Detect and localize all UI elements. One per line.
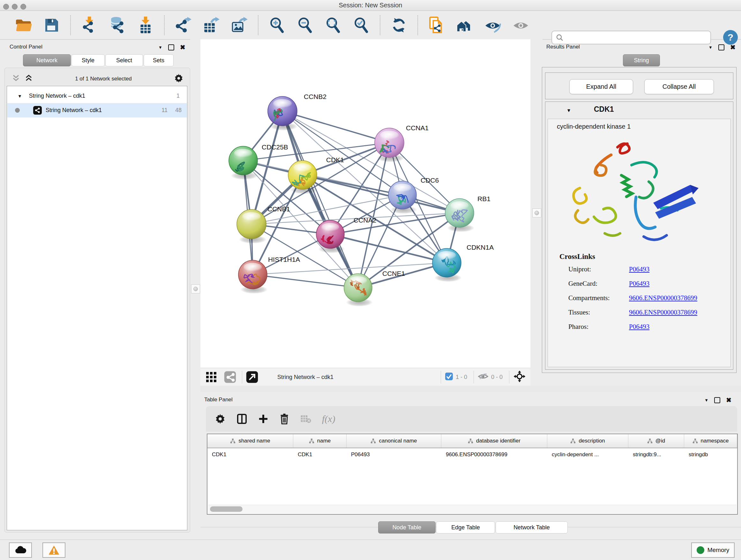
crosslink-link[interactable]: P06493 bbox=[629, 280, 650, 288]
column-header-database-identifier[interactable]: database identifier bbox=[441, 434, 547, 448]
cell-database-identifier[interactable]: 9606.ENSP00000378699 bbox=[441, 448, 547, 461]
add-column-icon[interactable] bbox=[258, 414, 268, 424]
cloud-button[interactable] bbox=[9, 543, 32, 558]
panel-close-icon[interactable]: ✖ bbox=[730, 45, 736, 50]
network-collection-row[interactable]: ▼ String Network – cdk1 1 bbox=[7, 89, 187, 103]
import-network-icon[interactable] bbox=[80, 16, 98, 34]
node-cdc6[interactable] bbox=[388, 181, 416, 209]
panel-menu-icon[interactable]: ▼ bbox=[158, 45, 162, 50]
left-splitter[interactable] bbox=[190, 39, 200, 368]
node-hist1h1a[interactable] bbox=[239, 260, 267, 289]
table-horizontal-scrollbar[interactable] bbox=[208, 505, 737, 513]
node-rb1[interactable] bbox=[445, 199, 474, 227]
import-table-icon[interactable] bbox=[137, 16, 154, 34]
tab-network-table[interactable]: Network Table bbox=[495, 521, 568, 534]
tab-network[interactable]: Network bbox=[23, 54, 71, 66]
tab-edge-table[interactable]: Edge Table bbox=[436, 521, 495, 534]
column-header--id[interactable]: @id bbox=[628, 434, 684, 448]
node-ccne1[interactable] bbox=[344, 273, 372, 302]
warnings-button[interactable] bbox=[43, 543, 65, 558]
node-ccna1[interactable] bbox=[375, 128, 404, 158]
node-ccna2[interactable] bbox=[316, 220, 344, 248]
fit-selected-crosshair-icon[interactable] bbox=[513, 370, 526, 384]
search-box[interactable] bbox=[551, 30, 711, 44]
horizontal-splitter[interactable] bbox=[200, 386, 741, 392]
hidden-eye-slash-icon[interactable] bbox=[478, 372, 488, 382]
cell-shared-name[interactable]: CDK1 bbox=[207, 448, 293, 461]
show-all-icon[interactable] bbox=[512, 16, 530, 34]
delete-column-trash-icon[interactable] bbox=[279, 414, 289, 424]
collection-expand-icon[interactable]: ▼ bbox=[17, 94, 22, 99]
new-network-from-selection-icon[interactable] bbox=[428, 16, 446, 34]
collapse-all-button[interactable]: Collapse All bbox=[644, 79, 714, 94]
expand-all-networks-icon[interactable] bbox=[24, 74, 33, 84]
export-table-icon[interactable] bbox=[202, 16, 220, 34]
column-header-name[interactable]: name bbox=[293, 434, 347, 448]
panel-menu-icon[interactable]: ▼ bbox=[709, 45, 713, 50]
birdseye-view-icon[interactable] bbox=[246, 371, 258, 383]
section-collapse-icon[interactable]: ▼ bbox=[566, 108, 571, 113]
crosslink-link[interactable]: 9606.ENSP00000378699 bbox=[629, 308, 697, 316]
cell-canonical-name[interactable]: P06493 bbox=[347, 448, 441, 461]
node-cdkn1a[interactable] bbox=[432, 248, 461, 277]
table-options-gear-icon[interactable] bbox=[215, 414, 226, 424]
panel-menu-icon[interactable]: ▼ bbox=[704, 398, 709, 402]
help-button[interactable]: ? bbox=[723, 30, 738, 45]
cell--id[interactable]: stringdb:9... bbox=[628, 448, 684, 461]
table-row[interactable]: CDK1CDK1P064939606.ENSP00000378699cyclin… bbox=[207, 448, 737, 461]
panel-close-icon[interactable]: ✖ bbox=[726, 398, 731, 402]
import-network-database-icon[interactable] bbox=[109, 16, 126, 34]
network-canvas[interactable]: CCNB2CCNA1CDC25BCDK1CDC6RB1CCNB1CCNA2CDK… bbox=[200, 39, 530, 368]
crosslink-link[interactable]: P06493 bbox=[629, 265, 650, 273]
panel-float-icon[interactable] bbox=[168, 44, 174, 51]
tab-sets[interactable]: Sets bbox=[144, 54, 174, 66]
export-network-icon[interactable] bbox=[174, 16, 192, 34]
crosslink-link[interactable]: 9606.ENSP00000378699 bbox=[629, 294, 697, 302]
cell-name[interactable]: CDK1 bbox=[293, 448, 347, 461]
collapse-all-networks-icon[interactable] bbox=[12, 74, 20, 84]
function-builder-icon[interactable]: f(x) bbox=[322, 414, 335, 424]
export-image-icon[interactable] bbox=[230, 16, 248, 34]
network-row[interactable]: String Network – cdk1 11 48 bbox=[7, 103, 187, 118]
tab-string[interactable]: String bbox=[623, 54, 660, 66]
zoom-selected-icon[interactable] bbox=[352, 16, 370, 34]
network-view-icon[interactable] bbox=[224, 371, 236, 383]
column-header-shared-name[interactable]: shared name bbox=[207, 434, 293, 448]
search-input[interactable] bbox=[566, 34, 711, 41]
selected-checkbox-icon[interactable] bbox=[445, 372, 453, 382]
node-ccnb1[interactable] bbox=[237, 209, 266, 239]
memory-button[interactable]: Memory bbox=[691, 543, 735, 558]
panel-float-icon[interactable] bbox=[714, 397, 720, 403]
show-columns-icon[interactable] bbox=[237, 414, 247, 424]
tab-style[interactable]: Style bbox=[71, 54, 105, 66]
panel-float-icon[interactable] bbox=[718, 44, 724, 51]
delete-table-icon[interactable] bbox=[300, 415, 311, 423]
hide-selection-icon[interactable] bbox=[484, 16, 502, 34]
right-splitter[interactable] bbox=[530, 39, 542, 368]
tab-node-table[interactable]: Node Table bbox=[378, 521, 435, 534]
node-ccnb2[interactable] bbox=[268, 97, 297, 126]
crosslink-link[interactable]: P06493 bbox=[629, 323, 650, 331]
cell-namespace[interactable]: stringdb bbox=[684, 448, 737, 461]
network-list: ▼ String Network – cdk1 1 String Network… bbox=[7, 86, 187, 530]
node-cdc25b[interactable] bbox=[229, 146, 258, 175]
zoom-fit-icon[interactable] bbox=[324, 16, 342, 34]
zoom-in-icon[interactable] bbox=[268, 16, 286, 34]
zoom-out-icon[interactable] bbox=[296, 16, 314, 34]
expand-all-button[interactable]: Expand All bbox=[569, 79, 633, 94]
save-session-icon[interactable] bbox=[43, 16, 61, 34]
selected-count: 1 - 0 bbox=[456, 374, 467, 381]
network-options-gear-icon[interactable] bbox=[174, 73, 184, 84]
refresh-icon[interactable] bbox=[390, 16, 408, 34]
node-cdk1[interactable] bbox=[288, 161, 317, 189]
column-header-namespace[interactable]: namespace bbox=[684, 434, 737, 448]
cell-description[interactable]: cyclin-dependent ... bbox=[547, 448, 628, 461]
column-header-canonical-name[interactable]: canonical name bbox=[347, 434, 441, 448]
column-header-description[interactable]: description bbox=[547, 434, 628, 448]
panel-close-icon[interactable]: ✖ bbox=[180, 45, 185, 50]
first-neighbors-icon[interactable] bbox=[456, 16, 474, 34]
tab-select[interactable]: Select bbox=[105, 54, 143, 66]
open-session-icon[interactable] bbox=[15, 16, 32, 34]
scrollbar-thumb[interactable] bbox=[210, 506, 243, 512]
grid-view-icon[interactable] bbox=[205, 371, 217, 383]
